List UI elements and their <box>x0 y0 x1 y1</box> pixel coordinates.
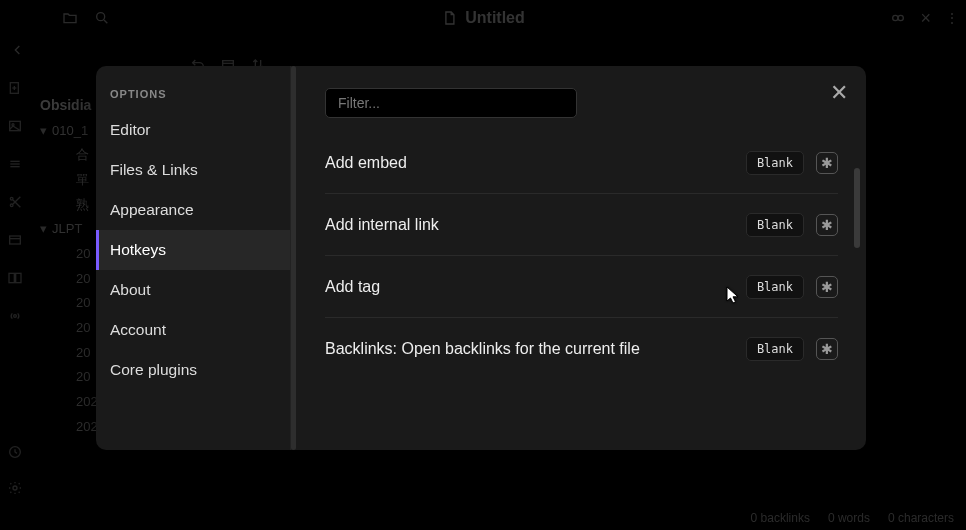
hotkey-row: Add internal linkBlank✱ <box>325 194 838 256</box>
back-icon[interactable] <box>10 42 26 58</box>
hotkey-value: Blank <box>746 275 804 299</box>
svg-point-17 <box>10 204 13 207</box>
ribbon-sound-icon[interactable] <box>7 308 23 324</box>
gear-icon[interactable] <box>7 480 23 496</box>
svg-point-24 <box>14 315 17 318</box>
search-icon[interactable] <box>94 10 110 26</box>
settings-tab-about[interactable]: About <box>96 270 290 310</box>
folder-icon[interactable] <box>62 10 78 26</box>
hotkey-label: Add internal link <box>325 216 746 234</box>
hotkey-label: Add tag <box>325 278 746 296</box>
status-words: 0 words <box>828 511 870 525</box>
hotkey-label: Backlinks: Open backlinks for the curren… <box>325 340 746 358</box>
close-tab-icon[interactable]: × <box>920 8 931 29</box>
sidebar-heading: OPTIONS <box>96 88 290 110</box>
file-icon <box>441 10 457 26</box>
svg-point-3 <box>898 15 903 20</box>
hotkey-value: Blank <box>746 213 804 237</box>
svg-rect-22 <box>9 273 14 282</box>
settings-tab-editor[interactable]: Editor <box>96 110 290 150</box>
hotkey-row: Add tagBlank✱ <box>325 256 838 318</box>
ribbon-image-icon[interactable] <box>7 118 23 134</box>
settings-tab-appearance[interactable]: Appearance <box>96 190 290 230</box>
svg-line-1 <box>104 20 107 23</box>
set-hotkey-button[interactable]: ✱ <box>816 276 838 298</box>
more-icon[interactable]: ⋮ <box>945 10 958 26</box>
settings-modal: ✕ OPTIONS EditorFiles & LinksAppearanceH… <box>96 66 866 450</box>
page-title: Untitled <box>465 9 525 27</box>
svg-point-0 <box>97 13 105 21</box>
svg-point-2 <box>893 15 898 20</box>
hotkey-value: Blank <box>746 337 804 361</box>
hotkey-label: Add embed <box>325 154 746 172</box>
hotkey-filter-input[interactable] <box>325 88 577 118</box>
set-hotkey-button[interactable]: ✱ <box>816 338 838 360</box>
ribbon-scissors-icon[interactable] <box>7 194 23 210</box>
svg-rect-23 <box>16 273 21 282</box>
ribbon-link-icon[interactable] <box>7 270 23 286</box>
settings-tab-files-links[interactable]: Files & Links <box>96 150 290 190</box>
settings-tab-core-plugins[interactable]: Core plugins <box>96 350 290 390</box>
ribbon-menu-icon[interactable] <box>7 156 23 172</box>
scrollbar-thumb[interactable] <box>854 168 860 248</box>
svg-point-16 <box>10 197 13 200</box>
ribbon-clock-icon[interactable] <box>7 444 23 460</box>
svg-point-26 <box>13 486 17 490</box>
status-backlinks: 0 backlinks <box>751 511 810 525</box>
ribbon-card-icon[interactable] <box>7 232 23 248</box>
settings-tab-hotkeys[interactable]: Hotkeys <box>96 230 290 270</box>
settings-sidebar: OPTIONS EditorFiles & LinksAppearanceHot… <box>96 66 291 450</box>
panel-icon[interactable] <box>890 10 906 26</box>
hotkey-value: Blank <box>746 151 804 175</box>
resize-handle[interactable] <box>291 66 296 450</box>
status-characters: 0 characters <box>888 511 954 525</box>
set-hotkey-button[interactable]: ✱ <box>816 152 838 174</box>
ribbon-new-icon[interactable] <box>7 80 23 96</box>
hotkey-row: Add embedBlank✱ <box>325 132 838 194</box>
settings-tab-account[interactable]: Account <box>96 310 290 350</box>
set-hotkey-button[interactable]: ✱ <box>816 214 838 236</box>
hotkey-row: Backlinks: Open backlinks for the curren… <box>325 318 838 380</box>
svg-rect-20 <box>10 236 21 244</box>
